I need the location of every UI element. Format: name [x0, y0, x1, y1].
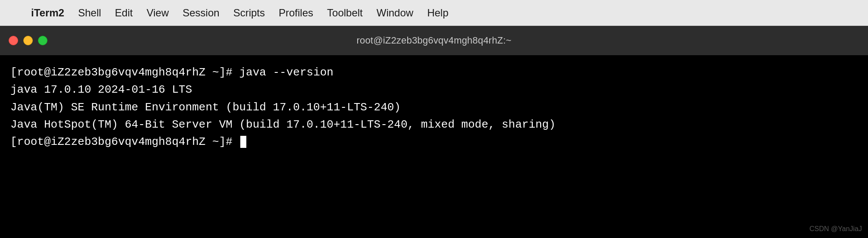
output-2: java 17.0.10 2024-01-16 LTS — [10, 81, 192, 98]
menu-help[interactable]: Help — [420, 0, 455, 25]
command-1: java --version — [239, 64, 333, 81]
menubar: iTerm2 Shell Edit View Session Scripts P… — [0, 0, 868, 26]
window-title: root@iZ2zeb3bg6vqv4mgh8q4rhZ:~ — [356, 35, 511, 46]
maximize-button[interactable] — [38, 36, 47, 45]
menu-toolbelt[interactable]: Toolbelt — [320, 0, 370, 25]
menu-edit[interactable]: Edit — [108, 0, 139, 25]
terminal-window: root@iZ2zeb3bg6vqv4mgh8q4rhZ:~ [root@iZ2… — [0, 26, 868, 238]
terminal-line-1: [root@iZ2zeb3bg6vqv4mgh8q4rhZ ~]# java -… — [10, 64, 858, 81]
prompt-5: [root@iZ2zeb3bg6vqv4mgh8q4rhZ ~]# — [10, 133, 239, 150]
prompt-1: [root@iZ2zeb3bg6vqv4mgh8q4rhZ ~]# — [10, 64, 239, 81]
traffic-lights — [9, 36, 47, 45]
menu-iterm2[interactable]: iTerm2 — [24, 0, 71, 25]
terminal-line-5: [root@iZ2zeb3bg6vqv4mgh8q4rhZ ~]# — [10, 133, 858, 150]
watermark: CSDN @YanJiaJ — [809, 224, 862, 235]
menu-shell[interactable]: Shell — [71, 0, 108, 25]
menu-window[interactable]: Window — [370, 0, 420, 25]
menu-view[interactable]: View — [140, 0, 176, 25]
title-bar: root@iZ2zeb3bg6vqv4mgh8q4rhZ:~ — [0, 26, 868, 55]
terminal-line-4: Java HotSpot(TM) 64-Bit Server VM (build… — [10, 116, 858, 133]
menu-session[interactable]: Session — [176, 0, 226, 25]
output-3: Java(TM) SE Runtime Environment (build 1… — [10, 99, 401, 116]
terminal-line-3: Java(TM) SE Runtime Environment (build 1… — [10, 99, 858, 116]
menu-profiles[interactable]: Profiles — [272, 0, 320, 25]
cursor — [240, 136, 246, 148]
close-button[interactable] — [9, 36, 18, 45]
apple-menu[interactable] — [9, 0, 24, 25]
terminal-line-2: java 17.0.10 2024-01-16 LTS — [10, 81, 858, 98]
minimize-button[interactable] — [23, 36, 33, 45]
menu-scripts[interactable]: Scripts — [226, 0, 272, 25]
output-4: Java HotSpot(TM) 64-Bit Server VM (build… — [10, 116, 556, 133]
terminal-content[interactable]: [root@iZ2zeb3bg6vqv4mgh8q4rhZ ~]# java -… — [0, 55, 868, 238]
